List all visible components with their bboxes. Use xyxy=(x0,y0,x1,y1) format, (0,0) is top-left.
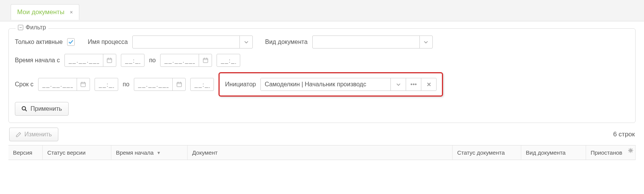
time-input[interactable] xyxy=(95,78,118,91)
svg-rect-4 xyxy=(203,58,208,63)
calendar-icon[interactable] xyxy=(77,78,90,91)
to-label-1: по xyxy=(149,57,156,64)
start-from-time[interactable] xyxy=(121,54,145,67)
start-from-date[interactable] xyxy=(64,54,116,67)
svg-rect-0 xyxy=(107,58,112,63)
col-version[interactable]: Версия xyxy=(8,146,43,160)
search-icon xyxy=(21,106,27,112)
date-input[interactable] xyxy=(65,54,103,66)
date-input[interactable] xyxy=(134,78,172,91)
calendar-icon[interactable] xyxy=(199,54,212,66)
table-toolbar: Изменить 6 строк xyxy=(8,123,636,145)
active-only-label: Только активные xyxy=(15,39,63,45)
date-input[interactable] xyxy=(39,78,77,91)
filter-legend-text: Фильтр xyxy=(26,24,46,31)
initiator-label: Инициатор xyxy=(225,81,256,88)
filter-panel: − Фильтр Только активные Имя процесса Ви… xyxy=(8,28,636,123)
calendar-icon[interactable] xyxy=(103,54,116,66)
chevron-down-icon[interactable] xyxy=(239,36,252,48)
initiator-highlight: Инициатор ••• xyxy=(218,72,443,97)
start-to-date[interactable] xyxy=(160,54,212,67)
chevron-down-icon[interactable] xyxy=(419,36,432,48)
doc-type-input[interactable] xyxy=(313,36,419,48)
svg-point-16 xyxy=(22,107,26,110)
edit-button[interactable]: Изменить xyxy=(9,128,58,141)
gear-icon[interactable] xyxy=(628,148,633,154)
due-to-time[interactable] xyxy=(190,78,214,91)
initiator-field[interactable]: ••• xyxy=(260,78,437,91)
col-doc-type[interactable]: Вид документа xyxy=(521,146,586,160)
clear-icon[interactable] xyxy=(421,78,436,91)
time-input[interactable] xyxy=(217,54,240,66)
edit-label: Изменить xyxy=(24,131,52,138)
date-input[interactable] xyxy=(161,54,199,66)
chevron-down-icon[interactable] xyxy=(390,78,406,91)
svg-rect-8 xyxy=(81,82,85,87)
initiator-input[interactable] xyxy=(261,78,390,91)
row-count: 6 строк xyxy=(613,131,635,138)
apply-label: Применить xyxy=(31,105,62,112)
time-input[interactable] xyxy=(121,54,144,66)
active-only-checkbox[interactable] xyxy=(67,38,75,46)
svg-line-17 xyxy=(25,110,27,111)
col-doc-status[interactable]: Статус документа xyxy=(453,146,521,160)
start-from-label: Время начала с xyxy=(15,57,60,64)
process-name-input[interactable] xyxy=(133,36,239,48)
pencil-icon xyxy=(16,132,21,137)
tab-bar: Мои документы × xyxy=(0,0,644,21)
due-from-date[interactable] xyxy=(38,78,90,91)
svg-rect-12 xyxy=(177,82,181,87)
close-icon[interactable]: × xyxy=(70,9,73,15)
svg-point-18 xyxy=(630,150,631,151)
col-start-time[interactable]: Время начала ▼ xyxy=(111,146,188,160)
calendar-icon[interactable] xyxy=(172,78,185,91)
col-document[interactable]: Документ xyxy=(188,146,453,160)
doc-type-label: Вид документа xyxy=(265,39,307,45)
process-name-field[interactable] xyxy=(132,36,253,48)
process-name-label: Имя процесса xyxy=(88,39,128,45)
apply-button[interactable]: Применить xyxy=(15,102,69,116)
doc-type-field[interactable] xyxy=(312,36,433,48)
filter-legend[interactable]: − Фильтр xyxy=(16,24,48,31)
content-area: − Фильтр Только активные Имя процесса Ви… xyxy=(0,21,644,160)
collapse-icon[interactable]: − xyxy=(18,25,23,30)
to-label-2: по xyxy=(123,81,130,88)
due-to-date[interactable] xyxy=(134,78,186,91)
start-to-time[interactable] xyxy=(217,54,240,67)
table-header: Версия Статус версии Время начала ▼ Доку… xyxy=(8,145,636,160)
due-from-label: Срок с xyxy=(15,81,34,88)
col-version-status[interactable]: Статус версии xyxy=(43,146,111,160)
sort-desc-icon: ▼ xyxy=(157,150,161,155)
tab-my-documents[interactable]: Мои документы × xyxy=(11,4,79,20)
time-input[interactable] xyxy=(191,78,214,91)
due-from-time[interactable] xyxy=(95,78,118,91)
ellipsis-icon[interactable]: ••• xyxy=(406,78,421,91)
tab-title: Мои документы xyxy=(17,8,64,16)
